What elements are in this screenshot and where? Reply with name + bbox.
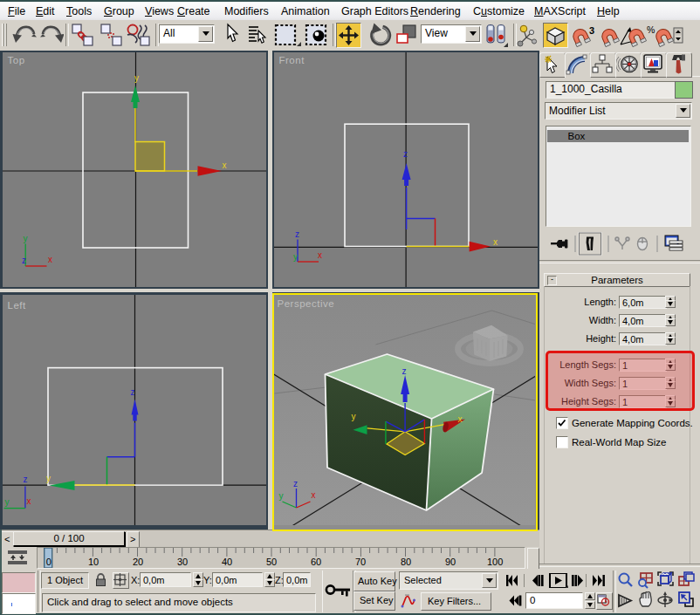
svg-text:30: 30 [177,557,188,567]
svg-text:x: x [222,161,226,170]
svg-text:x: x [48,255,52,264]
svg-text:0: 0 [46,557,51,567]
svg-text:y: y [134,73,139,83]
svg-text:z: z [130,386,134,396]
svg-text:z: z [23,474,27,483]
svg-text:20: 20 [133,557,143,567]
svg-text:x: x [457,414,462,424]
svg-text:x: x [26,496,31,506]
svg-text:90: 90 [445,557,456,567]
svg-text:10: 10 [88,557,99,567]
svg-text:y: y [23,234,27,243]
svg-text:x: x [493,237,498,247]
svg-text:z: z [22,256,26,265]
svg-text:60: 60 [311,557,321,567]
svg-text:x: x [311,490,315,500]
svg-text:80: 80 [401,557,411,567]
svg-text:y: y [46,474,51,483]
svg-text:100: 100 [487,557,503,567]
svg-text:z: z [293,479,298,489]
svg-text:70: 70 [355,557,366,567]
svg-text:z: z [295,229,299,239]
svg-text:y: y [293,252,298,262]
svg-text:z: z [403,149,408,159]
svg-text:40: 40 [222,557,232,567]
svg-text:3: 3 [589,25,594,36]
svg-text:z: z [401,366,406,376]
svg-text:y: y [351,412,355,421]
svg-text:%: % [647,24,655,35]
svg-text:y: y [4,496,9,506]
svg-text:x: x [318,250,322,260]
svg-text:y: y [278,491,283,501]
svg-text:50: 50 [266,557,277,567]
